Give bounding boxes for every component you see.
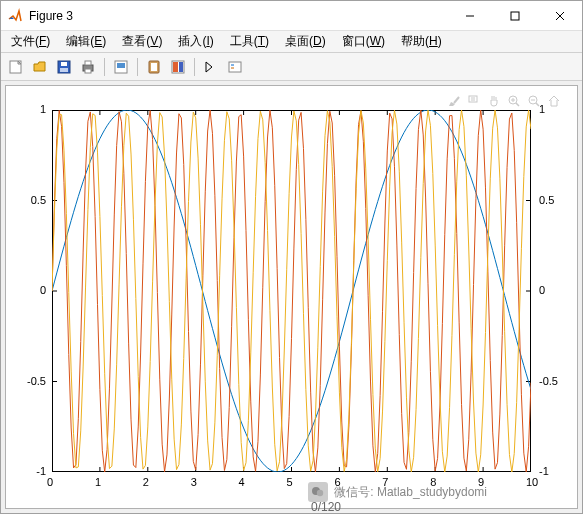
svg-rect-10: [85, 69, 91, 73]
menu-window[interactable]: 窗口(W): [336, 31, 391, 52]
link-button[interactable]: [143, 56, 165, 78]
wechat-icon: [308, 482, 328, 502]
zoom-in-icon[interactable]: [505, 92, 523, 110]
plot-area: 微信号: Matlab_studybydomi 012345678910-1-0…: [1, 81, 582, 513]
x-tick-label: 3: [191, 476, 197, 488]
svg-point-65: [317, 490, 323, 496]
y-left-tick-label: 1: [40, 103, 46, 115]
menu-edit[interactable]: 编辑(E): [60, 31, 112, 52]
plot-lines: [52, 110, 531, 472]
x-tick-label: 4: [239, 476, 245, 488]
titlebar: Figure 3: [1, 1, 582, 31]
svg-rect-9: [85, 61, 91, 65]
x-tick-label: 5: [287, 476, 293, 488]
svg-line-30: [536, 103, 539, 106]
menu-desktop[interactable]: 桌面(D): [279, 31, 332, 52]
svg-rect-18: [229, 62, 241, 72]
svg-rect-16: [173, 62, 178, 72]
menu-tools[interactable]: 工具(T): [224, 31, 275, 52]
menu-insert[interactable]: 插入(I): [172, 31, 219, 52]
minimize-button[interactable]: [447, 1, 492, 31]
figure-window: Figure 3 文件(F) 编辑(E) 查看(V) 插入(I) 工具(T) 桌…: [0, 0, 583, 514]
home-icon[interactable]: [545, 92, 563, 110]
svg-rect-6: [61, 62, 67, 66]
open-button[interactable]: [29, 56, 51, 78]
new-figure-button[interactable]: [5, 56, 27, 78]
y-right-tick-label: 0.5: [539, 194, 554, 206]
maximize-button[interactable]: [492, 1, 537, 31]
series-line: [52, 110, 531, 472]
svg-rect-1: [511, 12, 519, 20]
colorbar-button[interactable]: [167, 56, 189, 78]
close-button[interactable]: [537, 1, 582, 31]
x-tick-label: 2: [143, 476, 149, 488]
svg-rect-22: [469, 96, 477, 102]
svg-point-64: [312, 487, 320, 495]
x-tick-label: 8: [430, 476, 436, 488]
svg-line-21: [454, 97, 459, 103]
insert-legend-button[interactable]: [224, 56, 246, 78]
svg-rect-7: [60, 68, 68, 72]
x-tick-label: 0: [47, 476, 53, 488]
svg-rect-14: [151, 63, 157, 71]
x-tick-label: 1: [95, 476, 101, 488]
window-title: Figure 3: [29, 9, 73, 23]
y-left-tick-label: 0.5: [31, 194, 46, 206]
save-button[interactable]: [53, 56, 75, 78]
matlab-icon: [7, 8, 23, 24]
y-left-tick-label: -1: [36, 465, 46, 477]
menu-help[interactable]: 帮助(H): [395, 31, 448, 52]
y-left-tick-label: 0: [40, 284, 46, 296]
toolbar: [1, 53, 582, 81]
menubar: 文件(F) 编辑(E) 查看(V) 插入(I) 工具(T) 桌面(D) 窗口(W…: [1, 31, 582, 53]
print-button[interactable]: [77, 56, 99, 78]
y-right-tick-label: -1: [539, 465, 549, 477]
y-right-tick-label: -0.5: [539, 375, 558, 387]
pan-icon[interactable]: [485, 92, 503, 110]
axes-toolbar: [445, 92, 563, 110]
svg-line-26: [516, 103, 519, 106]
x-tick-label: 9: [478, 476, 484, 488]
y-right-tick-label: 0: [539, 284, 545, 296]
axes[interactable]: [52, 110, 531, 472]
plot-panel: 微信号: Matlab_studybydomi 012345678910-1-0…: [5, 85, 578, 509]
x-tick-label: 10: [526, 476, 538, 488]
y-left-tick-label: -0.5: [27, 375, 46, 387]
x-tick-label: 7: [382, 476, 388, 488]
svg-rect-17: [179, 62, 183, 72]
print-preview-button[interactable]: [110, 56, 132, 78]
zoom-out-icon[interactable]: [525, 92, 543, 110]
brush-icon[interactable]: [445, 92, 463, 110]
menu-file[interactable]: 文件(F): [5, 31, 56, 52]
datatip-icon[interactable]: [465, 92, 483, 110]
menu-view[interactable]: 查看(V): [116, 31, 168, 52]
x-tick-label: 6: [334, 476, 340, 488]
svg-rect-12: [117, 63, 125, 68]
edit-plot-button[interactable]: [200, 56, 222, 78]
watermark-label: 微信号: Matlab_studybydomi: [334, 484, 487, 501]
